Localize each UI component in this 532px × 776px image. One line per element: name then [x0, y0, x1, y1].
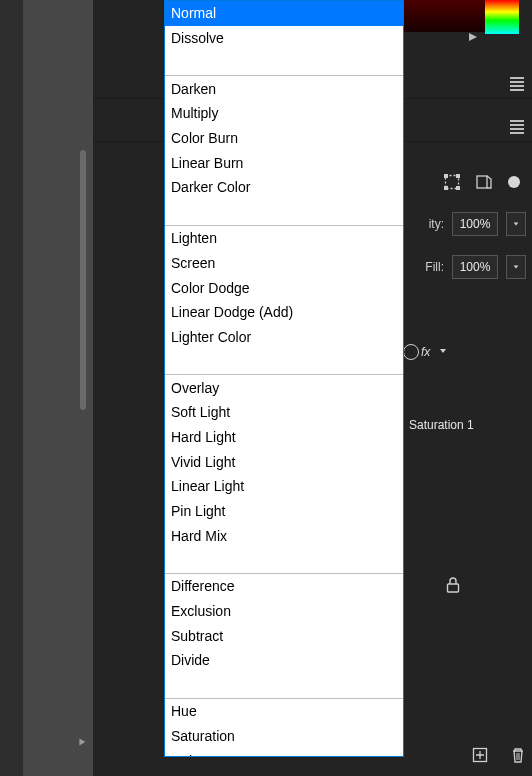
- blend-mode-option[interactable]: Color Dodge: [165, 275, 403, 300]
- artboard-bounds-icon[interactable]: [444, 174, 460, 190]
- panel-menu-icon[interactable]: [502, 75, 532, 96]
- blend-mode-option[interactable]: Screen: [165, 251, 403, 276]
- fill-stepper-icon[interactable]: [506, 255, 526, 279]
- blend-mode-option[interactable]: Linear Light: [165, 474, 403, 499]
- panel-menu-icon[interactable]: [502, 118, 532, 139]
- lock-icon[interactable]: [446, 576, 460, 597]
- fill-row: Fill: 100%: [425, 255, 526, 279]
- blend-mode-option[interactable]: Saturation: [165, 724, 403, 749]
- opacity-label: ity:: [429, 217, 444, 231]
- blend-mode-option[interactable]: Hue: [165, 699, 403, 724]
- fx-label: fx: [421, 345, 430, 359]
- hue-chip[interactable]: [485, 0, 519, 34]
- fill-value-input[interactable]: 100%: [452, 255, 498, 279]
- layer-fx-chip-row: fx: [403, 344, 448, 360]
- scrollbar-vertical[interactable]: [80, 150, 86, 410]
- opacity-row: ity: 100%: [429, 212, 526, 236]
- new-layer-icon[interactable]: [472, 747, 488, 766]
- blend-mode-dropdown[interactable]: NormalDissolveDarkenMultiplyColor BurnLi…: [164, 0, 404, 757]
- chevron-down-icon[interactable]: [438, 345, 448, 359]
- svg-rect-2: [456, 174, 460, 178]
- blend-mode-option[interactable]: Linear Burn: [165, 150, 403, 175]
- blend-mode-option[interactable]: Soft Light: [165, 400, 403, 425]
- collapse-chevron-icon[interactable]: [77, 736, 89, 748]
- smart-object-icon[interactable]: [476, 174, 492, 190]
- svg-rect-1: [444, 174, 448, 178]
- circle-icon: [403, 344, 419, 360]
- svg-rect-6: [448, 584, 459, 592]
- blend-mode-option[interactable]: Hard Mix: [165, 523, 403, 548]
- blend-mode-option[interactable]: Multiply: [165, 101, 403, 126]
- fill-label: Fill:: [425, 260, 444, 274]
- layer-name-text[interactable]: Saturation 1: [409, 418, 474, 432]
- svg-rect-4: [456, 186, 460, 190]
- blend-mode-option[interactable]: Difference: [165, 574, 403, 599]
- blend-mode-option[interactable]: Subtract: [165, 623, 403, 648]
- opacity-stepper-icon[interactable]: [506, 212, 526, 236]
- canvas-edge: [0, 0, 93, 776]
- play-icon[interactable]: [468, 30, 478, 45]
- canvas-gutter: [23, 0, 103, 776]
- filter-toggle-dot[interactable]: [508, 176, 520, 188]
- trash-icon[interactable]: [510, 747, 526, 766]
- svg-rect-5: [477, 176, 487, 188]
- blend-mode-option[interactable]: Vivid Light: [165, 449, 403, 474]
- blend-mode-option[interactable]: Color Burn: [165, 126, 403, 151]
- svg-rect-3: [444, 186, 448, 190]
- blend-mode-option[interactable]: Lighten: [165, 226, 403, 251]
- blend-mode-option[interactable]: Normal: [165, 1, 403, 26]
- layers-footer-icons: [472, 747, 526, 766]
- blend-mode-option[interactable]: Pin Light: [165, 499, 403, 524]
- blend-mode-option[interactable]: Linear Dodge (Add): [165, 300, 403, 325]
- blend-mode-option[interactable]: Hard Light: [165, 425, 403, 450]
- blend-mode-option[interactable]: Divide: [165, 648, 403, 673]
- blend-mode-option[interactable]: Overlay: [165, 375, 403, 400]
- blend-mode-option[interactable]: Dissolve: [165, 26, 403, 51]
- fx-indicator[interactable]: fx: [403, 344, 430, 360]
- blend-mode-option[interactable]: Lighter Color: [165, 325, 403, 350]
- blend-mode-option[interactable]: Exclusion: [165, 599, 403, 624]
- blend-mode-option[interactable]: Color: [165, 748, 403, 757]
- opacity-value-input[interactable]: 100%: [452, 212, 498, 236]
- blend-mode-option[interactable]: Darker Color: [165, 175, 403, 200]
- blend-mode-option[interactable]: Darken: [165, 76, 403, 101]
